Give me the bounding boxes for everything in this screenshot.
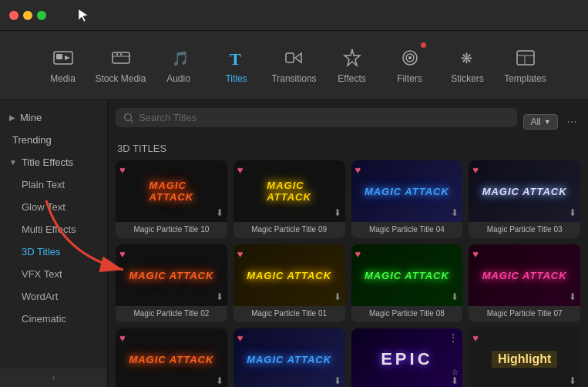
toolbar-item-transitions[interactable]: Transitions [265,35,323,96]
toolbar-label-audio: Audio [166,73,190,84]
traffic-lights [9,11,46,20]
card-mpt08[interactable]: ♥ MAGIC ATTACK ⬇ Magic Particle Title 08 [351,244,463,322]
toolbar-item-effects[interactable]: Effects [323,35,381,96]
sidebar-collapse-button[interactable]: ‹ [0,368,107,387]
card-mpt03[interactable]: ♥ MAGIC ATTACK ⬇ Magic Particle Title 03 [469,160,580,238]
sidebar-title-effects-label: Title Effects [22,156,73,168]
chevron-right-icon: ▶ [9,113,15,122]
card-thumb-text: MAGIC ATTACK [247,354,331,365]
svg-point-6 [116,53,117,55]
heart-icon: ♥ [472,164,479,176]
download-icon[interactable]: ⬇ [569,375,576,386]
sidebar: ▶ Mine Trending ▼ Title Effects Plain Te… [0,100,108,387]
card-mf04[interactable]: ♥ Highlight ⬇ Metal Flare 04 [469,328,580,387]
card-mf01[interactable]: ⋮ EPIC ⬇ ☆ Metal Flare 01 [351,328,463,387]
download-icon[interactable]: ⬇ [451,375,459,386]
sidebar-item-wordart[interactable]: WordArt [0,285,107,308]
card-thumb-text: MAGIC ATTACK [247,270,331,281]
card-thumb-mpt02: ♥ MAGIC ATTACK ⬇ [116,244,227,306]
card-mpt07[interactable]: ♥ MAGIC ATTACK ⬇ Magic Particle Title 07 [469,244,580,322]
download-icon[interactable]: ⬇ [451,207,459,218]
chevron-down-icon: ▼ [9,158,17,167]
sidebar-section-title-effects[interactable]: ▼ Title Effects [0,151,107,173]
card-mpt06[interactable]: ♥ MAGIC ATTACK ⬇ Magic Particle Title 06 [234,328,345,387]
media-icon [52,47,74,69]
download-icon[interactable]: ⬇ [216,291,223,302]
toolbar-item-stickers[interactable]: ❋ Stickers [438,35,496,96]
toolbar-item-templates[interactable]: Templates [496,35,554,96]
card-label-mpt09: Magic Particle Title 09 [234,222,345,238]
card-thumb-mpt10: ♥ MAGICATTACK ⬇ [116,160,227,222]
sidebar-item-vfx-text[interactable]: VFX Text [0,263,107,285]
download-icon[interactable]: ⬇ [216,207,223,218]
search-input[interactable] [139,112,509,123]
card-thumb-text: EPIC [381,349,432,369]
card-mpt09[interactable]: ♥ MAGICATTACK ⬇ Magic Particle Title 09 [234,160,345,238]
toolbar-label-titles: Titles [225,73,247,84]
card-thumb-text: MAGIC ATTACK [129,270,213,281]
svg-marker-11 [295,53,301,62]
toolbar-item-stock[interactable]: Stock Media [92,35,150,96]
toolbar: Media Stock Media 🎵 Audio T Titles Trans… [0,31,588,100]
card-mpt05[interactable]: ♥ MAGIC ATTACK ⬇ Magic Particle Title 05 [116,328,227,387]
card-mpt01[interactable]: ♥ MAGIC ATTACK ⬇ Magic Particle Title 01 [234,244,345,322]
svg-text:❋: ❋ [461,51,472,66]
download-icon[interactable]: ⬇ [334,375,341,386]
card-thumb-text: MAGICATTACK [150,180,194,203]
card-label-mpt02: Magic Particle Title 02 [116,306,227,322]
card-thumb-text: MAGIC ATTACK [129,354,213,365]
filter-button[interactable]: All ▼ [523,114,557,130]
sidebar-item-mine[interactable]: ▶ Mine [0,106,107,129]
more-options-icon[interactable]: ⋮ [448,332,459,343]
svg-rect-10 [286,53,294,62]
download-icon[interactable]: ⬇ [334,291,341,302]
card-mpt10[interactable]: ♥ MAGICATTACK ⬇ Magic Particle Title 10 [116,160,227,238]
toolbar-item-filters[interactable]: Filters [381,35,438,96]
download-icon[interactable]: ⬇ [451,291,459,302]
download-icon[interactable]: ⬇ [216,375,223,386]
audio-icon: 🎵 [168,47,190,69]
more-options-button[interactable]: ··· [564,115,580,129]
toolbar-label-templates: Templates [504,73,546,84]
toolbar-item-titles[interactable]: T Titles [207,35,265,96]
sidebar-item-multi-effects[interactable]: Multi Effects [0,218,107,241]
download-icon[interactable]: ⬇ [569,291,576,302]
search-icon [123,113,134,123]
templates-icon [515,47,536,69]
card-thumb-mpt01: ♥ MAGIC ATTACK ⬇ [234,244,345,306]
card-thumb-mpt04: ♥ MAGIC ATTACK ⬇ [351,160,463,222]
download-icon[interactable]: ⬇ [334,207,341,218]
heart-icon: ♥ [237,164,244,176]
sidebar-item-glow-text[interactable]: Glow Text [0,196,107,218]
toolbar-item-media[interactable]: Media [34,35,92,96]
card-mpt02[interactable]: ♥ MAGIC ATTACK ⬇ Magic Particle Title 02 [116,244,227,322]
card-thumb-text: MAGIC ATTACK [365,186,449,197]
card-thumb-text: MAGICATTACK [267,180,311,203]
toolbar-label-filters: Filters [397,73,422,84]
minimize-button[interactable] [23,11,32,20]
maximize-button[interactable] [37,11,46,20]
svg-text:T: T [230,49,241,68]
svg-text:🎵: 🎵 [172,50,189,66]
collapse-icon: ‹ [52,372,55,383]
heart-icon: ♥ [237,332,244,344]
card-mpt04[interactable]: ♥ MAGIC ATTACK ⬇ Magic Particle Title 04 [351,160,463,238]
search-bar [116,108,517,127]
svg-rect-2 [56,54,62,59]
close-button[interactable] [9,11,18,20]
heart-icon: ♥ [119,332,126,344]
heart-icon: ♥ [119,164,126,176]
toolbar-item-audio[interactable]: 🎵 Audio [150,35,207,96]
filter-label: All [530,116,540,127]
download-icon[interactable]: ⬇ [569,207,576,218]
sidebar-item-plain-text[interactable]: Plain Text [0,173,107,196]
sidebar-trending-label: Trending [12,134,52,146]
heart-icon: ♥ [472,332,479,344]
sidebar-item-trending[interactable]: Trending [0,129,107,151]
card-label-mpt01: Magic Particle Title 01 [234,306,345,322]
sidebar-item-3d-titles[interactable]: 3D Titles [0,241,107,263]
effects-icon [341,47,363,69]
card-thumb-text: MAGIC ATTACK [482,186,567,197]
sidebar-item-cinematic[interactable]: Cinematic [0,308,107,330]
card-thumb-text: MAGIC ATTACK [365,270,449,281]
